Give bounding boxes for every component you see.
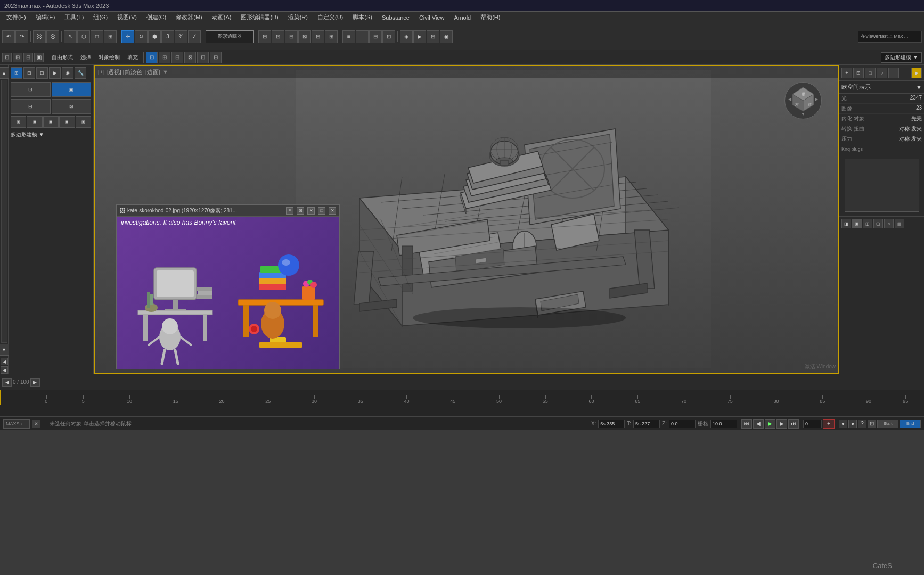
cmd-sub-1[interactable]: ▣ [11, 116, 26, 128]
render-button[interactable]: ▶ [413, 30, 426, 43]
free-form-mode[interactable]: 自由形式 [48, 53, 76, 62]
z-input[interactable] [669, 420, 696, 428]
image-btn-camera[interactable]: ⊡ [297, 207, 304, 215]
menu-civil-view[interactable]: Civil View [415, 13, 448, 22]
select-button[interactable]: ↖ [64, 30, 77, 43]
poly-modeling-dropdown[interactable]: 多边形建模 ▼ [881, 52, 922, 63]
image-window[interactable]: 🖼 kate-skorokhod-02.jpg (1920×1270像素; 28… [116, 204, 340, 369]
panel-right-arrow[interactable]: ▶ [30, 378, 40, 387]
percent-button[interactable]: % [175, 30, 187, 43]
mirror-button[interactable]: ⊟ [258, 30, 271, 43]
add-keyframe-btn[interactable]: + [823, 419, 835, 429]
rp-btn-minus[interactable]: — [888, 68, 899, 78]
rp-btn-circle[interactable]: ○ [877, 68, 887, 78]
navigation-gizmo[interactable]: 顶 左 前 ▼ ◀ ▶ [784, 82, 822, 119]
rp-icon-5[interactable]: ○ [884, 219, 894, 228]
anim-prev-frame[interactable]: ◀ [753, 419, 764, 429]
sub-btn-2[interactable]: ⊞ [13, 53, 22, 62]
cmd-tab-utility[interactable]: 🔧 [75, 67, 86, 79]
anim-next-frame[interactable]: ▶ [776, 419, 787, 429]
t-input[interactable] [633, 420, 660, 428]
cmd-tab-motion[interactable]: ▶ [49, 67, 61, 79]
undo-button[interactable]: ↶ [2, 30, 15, 43]
menu-animation[interactable]: 动画(A) [208, 12, 236, 22]
menu-help[interactable]: 帮助(H) [476, 12, 504, 22]
cmd-icon-2a[interactable]: ⊟ [11, 99, 51, 114]
rp-icon-4[interactable]: ▢ [873, 219, 883, 228]
explorer-button[interactable]: ⊡ [382, 30, 395, 43]
select-crossing-button[interactable]: ⊞ [104, 30, 117, 43]
status-icon-6[interactable]: End [900, 420, 921, 428]
menu-render[interactable]: 渲染(R) [284, 12, 312, 22]
timeline-ruler[interactable]: 0 5 10 15 20 25 30 35 40 45 50 55 60 65 … [0, 390, 924, 405]
cmd-sub-3[interactable]: ▣ [43, 116, 59, 128]
menu-arnold[interactable]: Arnold [449, 13, 475, 22]
layer-button[interactable]: ≡ [342, 30, 355, 43]
scale-button[interactable]: ⬢ [148, 30, 161, 43]
image-btn-menu[interactable]: ≡ [286, 207, 293, 215]
layer-mgr-button[interactable]: ≣ [356, 30, 369, 43]
select-window-button[interactable]: □ [91, 30, 103, 43]
menu-substance[interactable]: Substance [378, 13, 414, 22]
panel-left-arrow[interactable]: ◀ [2, 378, 12, 387]
object-name-field[interactable]: 在Viewertast上 Max ... [858, 31, 922, 43]
menu-modifiers[interactable]: 修改器(M) [171, 12, 207, 22]
render-frame-button[interactable]: ⊟ [427, 30, 439, 43]
poly-icon-3[interactable]: ⊟ [171, 52, 183, 63]
rp-title-dropdown[interactable]: ▼ [916, 84, 922, 91]
status-icon-3[interactable]: ? [858, 420, 866, 428]
cmd-icon-1a[interactable]: ⊡ [11, 82, 51, 97]
rp-icon-1[interactable]: ◨ [841, 219, 851, 228]
poly-icon-5[interactable]: ⊡ [197, 52, 209, 63]
poly-icon-2[interactable]: ⊞ [159, 52, 170, 63]
align-view-button[interactable]: ⊟ [285, 30, 298, 43]
x-input[interactable] [598, 420, 625, 428]
move-button[interactable]: ✛ [121, 30, 134, 43]
menu-group[interactable]: 组(G) [89, 12, 112, 22]
status-icon-1[interactable]: ● [839, 420, 847, 428]
anim-goto-start[interactable]: ⏮ [741, 419, 752, 429]
cmd-icon-1b[interactable]: ▣ [52, 82, 92, 97]
select-mode[interactable]: 选择 [77, 53, 94, 62]
sub-btn-1[interactable]: ⊡ [2, 53, 12, 62]
rp-btn-grid[interactable]: ⊞ [853, 68, 864, 78]
align-normal-button[interactable]: ⊠ [298, 30, 311, 43]
render-setup-button[interactable]: ◈ [400, 30, 413, 43]
menu-create[interactable]: 创建(C) [142, 12, 170, 22]
angle-snap-button[interactable]: ∠ [188, 30, 201, 43]
snap-button[interactable]: 图形追踪器 [206, 30, 254, 43]
poly-icon-1[interactable]: ⊡ [146, 52, 158, 63]
current-frame-input[interactable] [803, 420, 822, 428]
maxscript-close[interactable]: ✕ [32, 420, 40, 428]
menu-view[interactable]: 视图(V) [113, 12, 141, 22]
image-btn-maximize[interactable]: □ [318, 207, 325, 215]
cmd-sub-5[interactable]: ▣ [76, 116, 91, 128]
active-shade-button[interactable]: ◉ [440, 30, 453, 43]
menu-file[interactable]: 文件(E) [2, 12, 30, 22]
unlink-button[interactable]: ⛓ [46, 30, 59, 43]
cmd-icon-2b[interactable]: ⊠ [52, 99, 92, 114]
maxscript-field[interactable]: MAXSc [3, 419, 30, 429]
grid-input[interactable] [710, 420, 737, 428]
cmd-tab-display[interactable]: ◉ [62, 67, 73, 79]
rp-btn-box[interactable]: □ [865, 68, 876, 78]
sub-btn-4[interactable]: ▣ [34, 53, 44, 62]
rp-btn-arrow[interactable]: ▶ [911, 68, 922, 78]
cmd-tab-modify[interactable]: ⊟ [23, 67, 35, 79]
align-camera-button[interactable]: ⊞ [325, 30, 338, 43]
anim-goto-end[interactable]: ⏭ [788, 419, 799, 429]
rp-icon-3[interactable]: ◫ [863, 219, 872, 228]
scale-type-button[interactable]: 3 [161, 30, 174, 43]
viewport[interactable]: [+] [透视] [简淡色] [边面] ▼ [94, 65, 839, 374]
paint-deform-mode[interactable]: 对象绘制 [95, 53, 123, 62]
link-button[interactable]: ⛓ [33, 30, 46, 43]
redo-button[interactable]: ↷ [15, 30, 28, 43]
viewport-filter-icon[interactable]: ▼ [162, 69, 168, 75]
image-btn-x1[interactable]: ✕ [307, 207, 315, 215]
menu-graph-editor[interactable]: 图形编辑器(D) [236, 12, 282, 22]
rp-icon-6[interactable]: ▤ [895, 219, 904, 228]
menu-customize[interactable]: 自定义(U) [313, 12, 347, 22]
left-expand-btn[interactable]: ◀ [1, 358, 8, 365]
rotate-button[interactable]: ↻ [135, 30, 148, 43]
poly-icon-6[interactable]: ⊟ [210, 52, 222, 63]
